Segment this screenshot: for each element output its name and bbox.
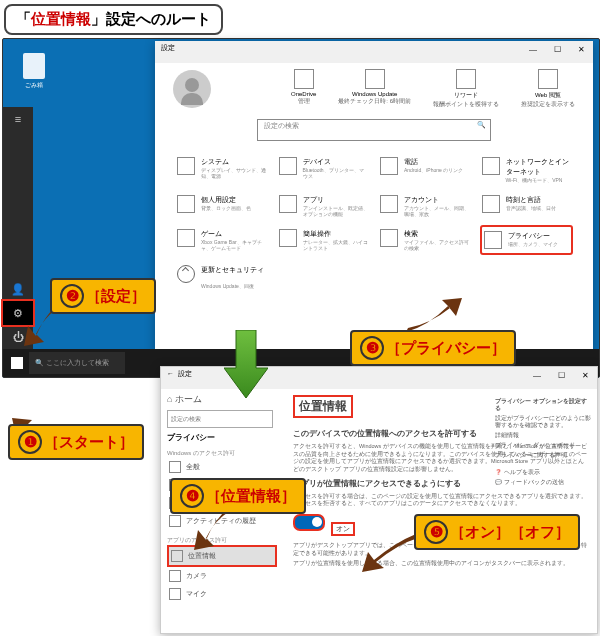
- settings-window: 設定 —☐✕ OneDrive管理Windows Update最終チェック日時:…: [155, 41, 593, 353]
- avatar: [173, 70, 211, 108]
- settings-category[interactable]: 簡単操作ナレーター、拡大鏡、ハイコントラスト: [277, 225, 371, 255]
- toggle-label: オン: [331, 522, 355, 536]
- minimize-icon[interactable]: —: [525, 367, 549, 385]
- maximize-icon[interactable]: ☐: [549, 367, 573, 385]
- heading-location: 位置情報: [293, 395, 353, 418]
- settings-category[interactable]: アプリアンインストール、既定値、オプションの機能: [277, 191, 371, 221]
- close-icon[interactable]: ✕: [569, 41, 593, 59]
- minimize-icon[interactable]: —: [521, 41, 545, 59]
- header-link[interactable]: Web 閲覧推奨設定を表示する: [521, 69, 575, 109]
- recycle-bin[interactable]: ごみ箱: [17, 53, 51, 90]
- header-link[interactable]: リワード報酬ポイントを獲得する: [433, 69, 499, 109]
- desktop: ごみ箱 ≡ 👤 ⚙ ⏻ 設定 —☐✕ OneDrive管理Windows Upd…: [2, 38, 600, 378]
- privacy-content: 位置情報 このデバイスでの位置情報へのアクセスを許可する アクセスを許可すると、…: [283, 389, 597, 607]
- callout-5: ❺［オン］［オフ］: [414, 514, 580, 550]
- maximize-icon[interactable]: ☐: [545, 41, 569, 59]
- page-title: 「位置情報」設定へのルート: [4, 4, 223, 35]
- close-icon[interactable]: ✕: [573, 367, 597, 385]
- callout-4: ❹［位置情報］: [170, 478, 306, 514]
- header-link[interactable]: Windows Update最終チェック日時: 6時間前: [338, 69, 411, 109]
- settings-category[interactable]: ネットワークとインターネットWi-Fi、機内モード、VPN: [480, 153, 574, 187]
- cat-update[interactable]: 更新とセキュリティWindows Update、回復: [155, 257, 593, 297]
- location-toggle[interactable]: [293, 514, 325, 531]
- sidebar-item[interactable]: マイク: [167, 585, 277, 603]
- header-link[interactable]: OneDrive管理: [291, 69, 316, 109]
- settings-category[interactable]: アカウントアカウント、メール、同期、職場、家族: [378, 191, 472, 221]
- window-titlebar: 設定 —☐✕: [155, 41, 593, 63]
- callout-1: ❶［スタート］: [8, 424, 144, 460]
- sidebar-item[interactable]: 全般: [167, 458, 277, 476]
- settings-category[interactable]: システムディスプレイ、サウンド、通知、電源: [175, 153, 269, 187]
- settings-category[interactable]: デバイスBluetooth、プリンター、マウス: [277, 153, 371, 187]
- callout-2: ❷［設定］: [50, 278, 156, 314]
- settings-category[interactable]: 検索マイファイル、アクセス許可の検索: [378, 225, 472, 255]
- settings-category[interactable]: プライバシー場所、カメラ、マイク: [480, 225, 574, 255]
- related-links: プライバシー オプションを設定する 設定がプライバシーにどのように影響するかを確…: [495, 395, 591, 489]
- settings-search[interactable]: 設定の検索: [257, 119, 491, 141]
- settings-category[interactable]: 電話Android、iPhone のリンク: [378, 153, 472, 187]
- sidebar-item[interactable]: カメラ: [167, 567, 277, 585]
- settings-category[interactable]: 個人用設定背景、ロック画面、色: [175, 191, 269, 221]
- menu-icon[interactable]: ≡: [3, 107, 33, 131]
- settings-category[interactable]: 時刻と言語音声認識、地域、日付: [480, 191, 574, 221]
- flow-arrow-icon: [224, 330, 268, 404]
- callout-3: ❸［プライバシー］: [350, 330, 516, 366]
- settings-category[interactable]: ゲームXbox Game Bar、キャプチャ、ゲームモード: [175, 225, 269, 255]
- sidebar-search[interactable]: [167, 410, 273, 428]
